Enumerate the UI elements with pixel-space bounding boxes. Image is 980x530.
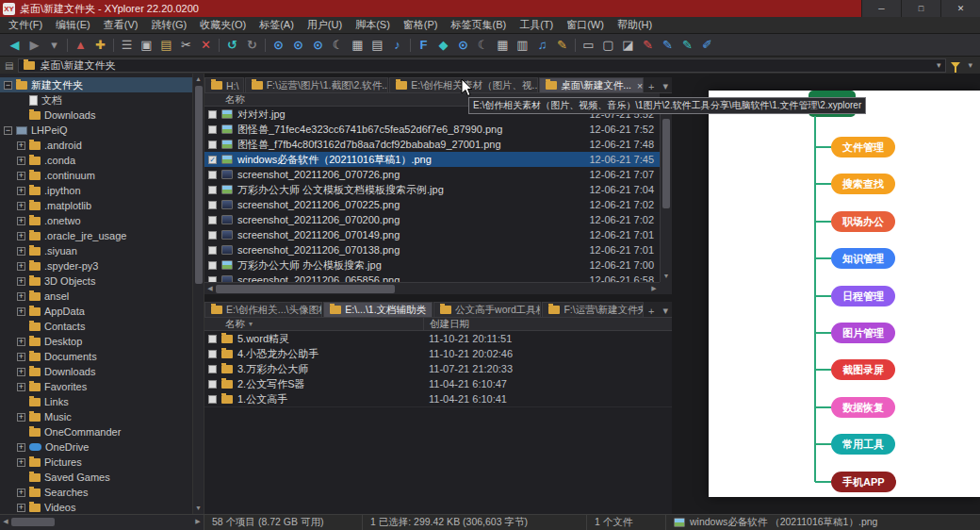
expand-icon[interactable]: + (17, 458, 25, 467)
tree-item[interactable]: +Music (0, 409, 192, 424)
tree-item[interactable]: OneCommander (0, 424, 192, 439)
redo-icon[interactable]: ↻ (242, 35, 262, 56)
close-tab-icon[interactable]: × (432, 305, 433, 316)
calendar-icon[interactable]: ▤ (368, 35, 387, 56)
top-pane-vscrollbar[interactable]: ▲ ▼ (660, 107, 672, 282)
file-row[interactable]: 图怪兽_f7fb4c80f3162d7b8aa7dcf92bababa9_270… (204, 137, 660, 152)
delete-icon[interactable]: ✕ (196, 35, 216, 56)
pen-teal-icon[interactable]: ✎ (678, 35, 697, 56)
tab-list-dropdown-icon[interactable]: ▾ (659, 80, 672, 92)
up-icon[interactable]: ▲ (71, 35, 90, 56)
scroll-up-icon[interactable]: ▲ (193, 74, 204, 85)
tab[interactable]: H:\ (204, 77, 244, 92)
menu-item[interactable]: 窗口(W) (560, 18, 611, 32)
tab[interactable]: E:\...\1.文档辅助类× (323, 302, 433, 317)
pen-blue-icon[interactable]: ✎ (658, 35, 678, 56)
checkbox[interactable] (208, 395, 217, 404)
back-icon[interactable]: ◀ (5, 35, 24, 56)
file-row[interactable]: screenshot_20211206_070726.png12-06-21 7… (204, 167, 660, 182)
file-row[interactable]: screenshot_20211206_070225.png12-06-21 7… (204, 197, 660, 212)
menu-item[interactable]: 脚本(S) (349, 18, 397, 32)
expand-icon[interactable]: + (17, 383, 25, 391)
checkbox[interactable] (208, 261, 217, 270)
tab-list-dropdown-icon[interactable]: ▾ (659, 305, 672, 317)
folder-row[interactable]: 2.公文写作S器11-04-21 6:10:47 (204, 376, 672, 391)
checkbox[interactable] (208, 350, 217, 358)
menu-item[interactable]: 文件(F) (2, 18, 49, 32)
undo-icon[interactable]: ↺ (222, 35, 242, 56)
expand-icon[interactable]: + (17, 232, 25, 240)
file-row[interactable]: 万彩办公大师 办公模板搜索.jpg12-06-21 7:00 (204, 257, 660, 273)
tree-item[interactable]: +Videos (0, 500, 192, 514)
tree-item[interactable]: −LHPeiQ (0, 123, 192, 138)
expand-icon[interactable]: + (17, 443, 25, 452)
expand-icon[interactable]: + (17, 157, 25, 165)
file-row[interactable]: 万彩办公大师 公文模板文档模板搜索示例.jpg12-06-21 7:04 (204, 182, 660, 197)
find-files-icon[interactable]: ⊙ (453, 35, 473, 56)
tree-item[interactable]: +.matplotlib (0, 198, 192, 213)
expand-icon[interactable]: + (17, 489, 25, 497)
checkbox[interactable] (208, 216, 217, 224)
expand-icon[interactable]: + (17, 368, 25, 376)
file-row[interactable]: screenshot_20211206_065856.png12-06-21 6… (204, 273, 660, 282)
tree-item[interactable]: +.oracle_jre_usage (0, 228, 192, 243)
folder-row[interactable]: 3.万彩办公大师11-07-21 21:20:33 (204, 361, 672, 376)
tree-item[interactable]: +Documents (0, 349, 192, 364)
tree-item[interactable]: −新建文件夹 (0, 77, 192, 92)
menu-item[interactable]: 工具(T) (513, 18, 560, 32)
tree-item[interactable]: +Searches (0, 485, 192, 500)
expand-icon[interactable]: + (17, 353, 25, 361)
expand-icon[interactable]: + (17, 172, 25, 180)
close-button[interactable]: ✕ (940, 0, 980, 17)
dark-mode-icon[interactable]: ☾ (328, 35, 348, 56)
tree-item[interactable]: +ansel (0, 289, 192, 304)
column-name[interactable]: 名称 (225, 318, 245, 331)
address-extra-dropdown-icon[interactable]: ▾ (965, 60, 975, 70)
column-name[interactable]: 名称 (225, 93, 245, 107)
folder-row[interactable]: 1.公文高手11-04-21 6:10:41 (204, 391, 672, 406)
pen-red-icon[interactable]: ✎ (638, 35, 658, 56)
scroll-left-icon[interactable]: ◀ (0, 518, 11, 525)
tree-item[interactable]: +.spyder-py3 (0, 258, 192, 273)
forward-icon[interactable]: ▶ (24, 35, 44, 56)
close-tab-icon[interactable]: × (637, 80, 643, 91)
tags-icon[interactable]: ◆ (433, 35, 453, 56)
tab[interactable]: F:\运营\图片\1.截图\2.软件... (245, 77, 389, 92)
zoom-icon[interactable]: ⊙ (288, 35, 308, 56)
new-tab-button[interactable]: + (645, 306, 658, 317)
history-dropdown-icon[interactable]: ▾ (44, 35, 64, 56)
checkbox[interactable] (208, 125, 217, 134)
tree-item[interactable]: +Desktop (0, 334, 192, 349)
menu-item[interactable]: 标签页集(B) (444, 18, 513, 32)
tree-item[interactable]: Contacts (0, 319, 192, 334)
cut-icon[interactable]: ✂ (176, 35, 196, 56)
expand-icon[interactable]: + (17, 292, 25, 301)
filter-icon[interactable] (951, 62, 960, 68)
tree-item[interactable]: +AppData (0, 304, 192, 319)
search-icon[interactable]: ⊙ (269, 35, 288, 56)
maximize-button[interactable]: □ (901, 0, 940, 17)
tree-item[interactable]: Downloads (0, 108, 192, 123)
tab[interactable]: E:\创作相关...\头像图标 (204, 302, 322, 317)
collapse-icon[interactable]: − (4, 81, 12, 90)
night-icon[interactable]: ☾ (473, 35, 493, 56)
menu-item[interactable]: 跳转(G) (144, 18, 193, 32)
address-dropdown-icon[interactable]: ▾ (937, 60, 941, 70)
scroll-right-icon[interactable]: ▶ (192, 518, 204, 525)
top-pane-hscrollbar[interactable]: ◀ ▶ (204, 282, 660, 294)
grid-icon[interactable]: ▦ (493, 35, 513, 56)
font-icon[interactable]: F (414, 35, 433, 56)
expand-icon[interactable]: + (17, 504, 25, 512)
scroll-right-icon[interactable]: ▶ (648, 285, 660, 292)
expand-icon[interactable]: + (17, 141, 25, 150)
checkbox[interactable] (208, 380, 217, 389)
checkbox[interactable] (208, 141, 217, 149)
checkbox[interactable] (208, 365, 217, 373)
checkbox[interactable] (208, 171, 217, 179)
preview-icon[interactable]: ⊙ (308, 35, 328, 56)
tree-item[interactable]: +Pictures (0, 455, 192, 470)
tree-item[interactable]: +Favorites (0, 379, 192, 394)
checkbox[interactable] (208, 201, 217, 209)
expand-icon[interactable]: + (17, 262, 25, 271)
scrollbar-thumb[interactable] (216, 285, 395, 293)
